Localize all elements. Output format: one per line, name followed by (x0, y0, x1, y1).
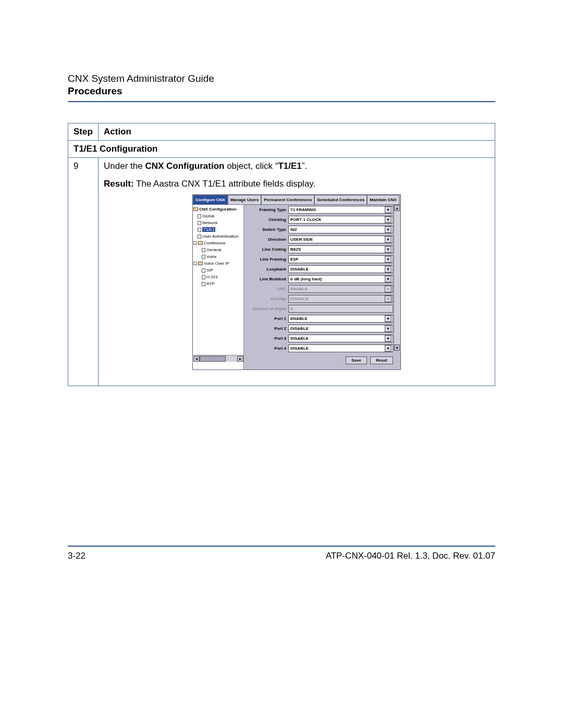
scroll-up-icon[interactable]: ▲ (394, 205, 400, 211)
scroll-left-icon[interactable]: ◄ (193, 356, 200, 362)
field-line-framing: Line FramingESF▼ (244, 254, 400, 264)
action-cell: Under the CNX Configuration object, clic… (99, 158, 495, 386)
doc-icon (202, 248, 205, 252)
tree-item-conference[interactable]: -Conference (193, 240, 243, 246)
tab-permanent-conferences[interactable]: Permanent Conferences (261, 195, 314, 204)
action-text: Under the CNX Configuration object, clic… (104, 161, 489, 171)
chevron-down-icon[interactable]: ▼ (385, 226, 391, 233)
doc-icon (202, 282, 205, 286)
field-line-buildout: Line Buildout0 dB (long haul)▼ (244, 274, 400, 284)
field-port3: Port 3DISABLE▼ (244, 334, 400, 343)
chevron-down-icon[interactable]: ▼ (385, 236, 391, 243)
footer-rule (68, 546, 495, 547)
scroll-thumb[interactable] (200, 356, 226, 362)
field-port4: Port 4DISABLE▼ (244, 343, 400, 353)
page-number: 3-22 (68, 551, 85, 561)
select-overlap: DISABLE▼ (288, 295, 393, 303)
doc-icon (202, 268, 205, 273)
chevron-down-icon[interactable]: ▼ (385, 256, 391, 263)
collapse-icon[interactable]: - (193, 241, 197, 245)
chevron-down-icon[interactable]: ▼ (385, 206, 391, 213)
select-line-buildout[interactable]: 0 dB (long haul)▼ (288, 275, 393, 283)
chevron-down-icon[interactable]: ▼ (385, 276, 391, 282)
document-page: CNX System Administrator Guide Procedure… (0, 0, 563, 728)
col-step: Step (68, 124, 99, 141)
input-number-of-digits: 0 (288, 305, 393, 313)
select-direction[interactable]: USER SIDE▼ (288, 236, 393, 243)
select-loopback[interactable]: DISABLE▼ (288, 265, 393, 273)
tab-bar: Configure CNX Manage Users Permanent Con… (193, 195, 400, 204)
form-buttons: Save Reset (244, 353, 400, 364)
page-footer: 3-22 ATP-CNX-040-01 Rel. 1.3, Doc. Rev. … (68, 546, 495, 561)
tree-item-user-auth[interactable]: User Authentication (193, 233, 243, 240)
select-crc: ENABLE▼ (288, 285, 393, 293)
doc-icon (198, 214, 201, 218)
chevron-down-icon[interactable]: ▼ (385, 335, 391, 342)
field-switch-type: Switch TypeNI2▼ (244, 225, 400, 235)
tree-root[interactable]: CNX Configuration (193, 206, 243, 213)
doc-icon (198, 228, 201, 232)
select-line-framing[interactable]: ESF▼ (288, 255, 393, 263)
tree-item-global[interactable]: Global (193, 213, 243, 219)
doc-title: CNX System Administrator Guide (68, 73, 495, 84)
chevron-down-icon: ▼ (385, 295, 391, 302)
doc-reference: ATP-CNX-040-01 Rel. 1.3, Doc. Rev. 01.07 (326, 551, 495, 561)
doc-icon (202, 255, 205, 259)
chevron-down-icon[interactable]: ▼ (385, 315, 391, 322)
chevron-down-icon[interactable]: ▼ (385, 246, 391, 253)
select-port1[interactable]: ENABLE▼ (288, 315, 393, 323)
chevron-down-icon[interactable]: ▼ (385, 216, 391, 223)
tree-item-network[interactable]: Network (193, 219, 243, 226)
tab-scheduled-conferences[interactable]: Scheduled Conferences (314, 195, 367, 204)
field-direction: DirectionUSER SIDE▼ (244, 235, 400, 244)
chevron-down-icon: ▼ (385, 286, 391, 292)
nav-tree: CNX Configuration Global Network T1/E1 U… (193, 205, 244, 369)
tab-maintain-cnx[interactable]: Maintain CNX (367, 195, 399, 204)
select-framing-type[interactable]: T1 FRAMING▼ (288, 206, 393, 214)
tab-configure-cnx[interactable]: Configure CNX (193, 195, 228, 204)
table-row: 9 Under the CNX Configuration object, cl… (68, 158, 495, 386)
subheader: T1/E1 Configuration (68, 141, 495, 158)
select-clocking[interactable]: PORT 1 CLOCK▼ (288, 216, 393, 224)
tree-item-sip[interactable]: SIP (193, 267, 243, 274)
step-number: 9 (68, 158, 99, 386)
scroll-down-icon[interactable]: ▼ (394, 344, 400, 351)
scroll-right-icon[interactable]: ► (237, 356, 243, 362)
reset-button[interactable]: Reset (370, 356, 393, 364)
tree-hscroll[interactable]: ◄ ► (193, 355, 243, 362)
field-port1: Port 1ENABLE▼ (244, 314, 400, 324)
tab-manage-users[interactable]: Manage Users (228, 195, 261, 204)
tree-item-t1e1[interactable]: T1/E1 (193, 226, 243, 233)
select-port3[interactable]: DISABLE▼ (288, 335, 393, 342)
chevron-down-icon[interactable]: ▼ (385, 325, 391, 332)
field-number-of-digits: Number of Digits0 (244, 304, 400, 314)
tree-item-voice[interactable]: Voice (193, 253, 243, 260)
folder-icon (193, 207, 198, 211)
collapse-icon[interactable]: - (193, 262, 197, 265)
field-crc: CRCENABLE▼ (244, 284, 400, 294)
tree-item-general[interactable]: General (193, 246, 243, 253)
result-text: Result: The Aastra CNX T1/E1 attribute f… (104, 179, 489, 189)
tree-item-h323[interactable]: H.323 (193, 274, 243, 280)
doc-icon (198, 221, 201, 225)
field-framing-type: Framing TypeT1 FRAMING▼ (244, 205, 400, 215)
chevron-down-icon[interactable]: ▼ (385, 266, 391, 273)
tree-item-rtp[interactable]: RTP (193, 280, 243, 287)
select-line-coding[interactable]: B8ZS▼ (288, 245, 393, 253)
form-vscroll[interactable]: ▲ ▼ (394, 205, 400, 351)
tree-item-voip[interactable]: -Voice Over IP (193, 260, 243, 267)
col-action: Action (99, 124, 495, 141)
field-line-coding: Line CodingB8ZS▼ (244, 244, 400, 254)
select-port2[interactable]: DISABLE▼ (288, 325, 393, 332)
field-port2: Port 2DISABLE▼ (244, 324, 400, 334)
chevron-down-icon[interactable]: ▼ (385, 345, 391, 352)
table-header-row: Step Action (68, 124, 495, 141)
section-title: Procedures (68, 85, 495, 97)
doc-icon (198, 235, 201, 239)
doc-icon (202, 275, 205, 279)
procedure-table: Step Action T1/E1 Configuration 9 Under … (68, 123, 495, 386)
embedded-app: Configure CNX Manage Users Permanent Con… (192, 194, 401, 370)
save-button[interactable]: Save (346, 356, 367, 364)
select-switch-type[interactable]: NI2▼ (288, 226, 393, 233)
select-port4[interactable]: DISABLE▼ (288, 344, 393, 352)
